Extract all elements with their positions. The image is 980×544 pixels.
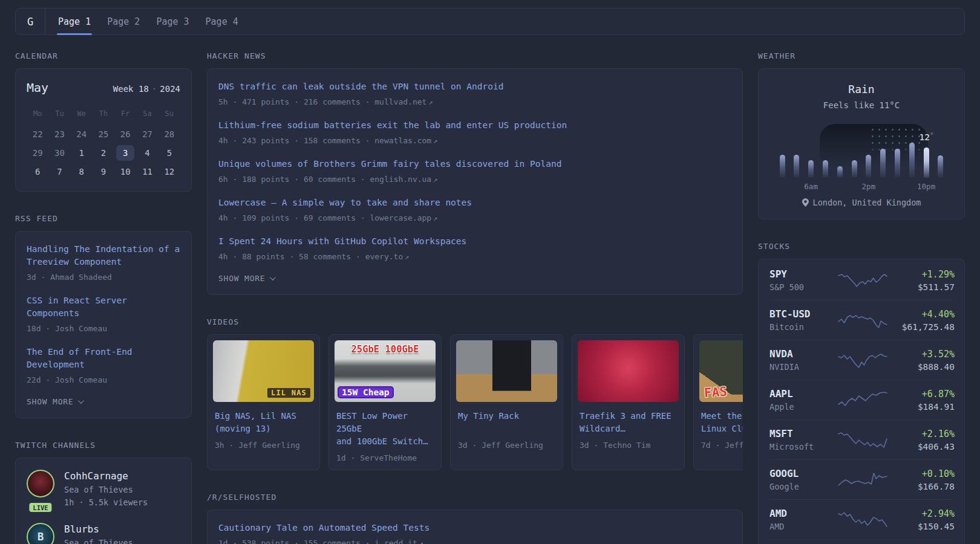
hn-item-title[interactable]: I Spent 24 Hours with GitHub Copilot Wor…	[218, 235, 731, 248]
stock-values: +1.29% $511.57	[888, 269, 955, 292]
video-thumbnail[interactable]: LIL NAS	[213, 340, 314, 402]
video-card[interactable]: Traefik 3 and FREE Wildcard… 3d · Techno…	[572, 334, 685, 470]
weather-bar[interactable]	[837, 166, 843, 178]
weather-bar[interactable]	[808, 160, 814, 178]
video-title[interactable]: Meet the m Linux Clus	[701, 410, 743, 435]
video-card[interactable]: 25GbE 100GbE 15W Cheap BEST Low Power 25…	[328, 334, 442, 470]
page-tab[interactable]: Page 4	[206, 8, 238, 34]
external-link-icon: ↗	[433, 214, 437, 222]
external-link-icon: ↗	[419, 539, 423, 544]
rss-item-title[interactable]: CSS in React Server Components	[27, 294, 180, 320]
calendar-day: 4	[139, 145, 157, 161]
weather-bar[interactable]	[909, 143, 915, 178]
video-card[interactable]: LIL NAS Big NAS, Lil NAS (moving 13) 3h …	[207, 334, 320, 470]
calendar-widget: CALENDAR May Week 18·2024 MoTuWeThFrSaSu…	[15, 51, 192, 192]
hn-item-title[interactable]: Lowercase – A simple way to take and sha…	[218, 196, 731, 209]
calendar-day: 5	[160, 145, 178, 161]
stock-sparkline-chart	[837, 430, 888, 450]
section-label-selfhosted: /R/SELFHOSTED	[207, 493, 743, 502]
stock-price: $406.43	[888, 442, 955, 452]
video-meta: 3d · Jeff Geerling	[458, 441, 555, 450]
stock-name: AMD	[769, 522, 837, 531]
stock-row[interactable]: MSFT Microsoft +2.16% $406.43	[769, 419, 953, 459]
stock-row[interactable]: AAPL Apple +6.87% $184.91	[769, 380, 953, 419]
weather-bar[interactable]	[924, 147, 929, 178]
hn-item-title[interactable]: Unique volumes of Brothers Grimm fairy t…	[218, 158, 731, 170]
calendar-day: 9	[94, 164, 113, 180]
stock-symbol[interactable]: AMD	[769, 508, 837, 519]
rss-item-title[interactable]: The End of Front-End Development	[27, 346, 180, 371]
weather-bar[interactable]	[823, 160, 828, 178]
stock-row[interactable]: BTC-USD Bitcoin +4.40% $61,725.48	[769, 300, 953, 340]
calendar-day: 22	[28, 126, 47, 142]
stock-row[interactable]: SPY S&P 500 +1.29% $511.57	[769, 261, 953, 300]
hn-item-title[interactable]: DNS traffic can leak outside the VPN tun…	[218, 80, 731, 93]
video-thumbnail[interactable]: FAS	[699, 340, 743, 402]
calendar-day: 30	[50, 145, 68, 161]
section-label-twitch: TWITCH CHANNELS	[15, 441, 192, 450]
hn-item: I Spent 24 Hours with GitHub Copilot Wor…	[218, 235, 731, 261]
stock-sparkline-chart	[837, 470, 888, 490]
rss-item-title[interactable]: Handling The Indentation of a Treeview C…	[27, 243, 180, 268]
section-label-calendar: CALENDAR	[15, 51, 192, 60]
stock-symbol[interactable]: AAPL	[769, 388, 837, 400]
video-card[interactable]: My Tiny Rack 3d · Jeff Geerling	[450, 334, 563, 470]
weather-bars: 6am	[779, 141, 944, 178]
stock-sparkline-chart	[837, 350, 888, 371]
reddit-item-title[interactable]: Cautionary Tale on Automated Speed Tests	[218, 522, 731, 534]
stock-symbol[interactable]: MSFT	[769, 428, 837, 439]
calendar-day: 3	[116, 145, 134, 161]
hn-show-more-button[interactable]: SHOW MORE	[218, 274, 731, 283]
stock-row[interactable]: GOOGL Google +0.10% $166.78	[769, 459, 953, 499]
video-thumbnail[interactable]: 25GbE 100GbE 15W Cheap	[335, 340, 436, 402]
twitch-channel-row[interactable]: B LIVE Blurbs Sea of Thieves 1h · 264 vi…	[27, 523, 180, 544]
video-title[interactable]: BEST Low Power 25GbE and 100GbE Switch…	[336, 410, 434, 448]
rss-item-meta: 18d · Josh Comeau	[27, 324, 180, 333]
weather-bar[interactable]	[780, 155, 785, 178]
weather-card: Rain Feels like 11°C	[758, 68, 965, 219]
weather-bar[interactable]	[880, 149, 886, 178]
weather-bar-slot: 12° 10pm	[923, 141, 929, 178]
hn-item-title[interactable]: Lithium-free sodium batteries exit the l…	[218, 119, 731, 132]
stock-values: +0.10% $166.78	[888, 468, 955, 491]
video-thumbnail[interactable]	[456, 340, 557, 402]
page-tab[interactable]: Page 1	[58, 8, 91, 34]
weather-bar[interactable]	[852, 160, 857, 178]
video-title[interactable]: My Tiny Rack	[458, 410, 555, 435]
stock-row[interactable]: AMD AMD +2.94% $150.45	[769, 499, 953, 539]
app-logo[interactable]: G	[16, 8, 45, 34]
video-thumbnail[interactable]	[578, 340, 679, 402]
video-card[interactable]: FAS Meet the m Linux Clus 7d · Jeff Geer…	[693, 334, 743, 470]
stock-change-percent: +0.10%	[888, 468, 955, 479]
weather-bar[interactable]	[938, 155, 943, 178]
stock-sparkline-chart	[837, 390, 888, 410]
stock-symbol[interactable]: BTC-USD	[769, 308, 837, 320]
twitch-channel-row[interactable]: LIVE CohhCarnage Sea of Thieves 1h · 5.5…	[27, 470, 180, 507]
twitch-channel-category[interactable]: Sea of Thieves	[64, 538, 143, 544]
page-tab[interactable]: Page 3	[156, 8, 189, 34]
twitch-channel-name[interactable]: CohhCarnage	[64, 470, 148, 482]
weather-bar-slot	[880, 141, 886, 178]
weather-bar[interactable]	[895, 149, 900, 178]
stock-values: +3.52% $888.40	[888, 349, 955, 372]
stock-symbol[interactable]: GOOGL	[769, 468, 837, 479]
stock-row[interactable]: NVDA NVIDIA +3.52% $888.40	[769, 340, 953, 380]
stock-symbol[interactable]: SPY	[769, 268, 837, 280]
stock-values: +2.16% $406.43	[888, 429, 955, 452]
stock-symbol[interactable]: NVDA	[769, 348, 837, 360]
calendar-week-info: Week 18·2024	[113, 84, 180, 94]
twitch-channel-category[interactable]: Sea of Thieves	[64, 485, 148, 494]
weather-bar[interactable]	[794, 155, 799, 178]
video-title[interactable]: Big NAS, Lil NAS (moving 13)	[215, 410, 312, 435]
stock-row[interactable]: RDDT -1.65%	[769, 539, 953, 544]
calendar-month: May	[27, 80, 48, 95]
page-tab[interactable]: Page 2	[107, 8, 140, 34]
video-title[interactable]: Traefik 3 and FREE Wildcard…	[580, 410, 677, 435]
weather-bar[interactable]	[866, 155, 871, 178]
video-meta: 7d · Jeff Geerling	[701, 441, 743, 450]
stock-name: Google	[769, 482, 837, 491]
stock-sparkline-chart	[837, 510, 888, 530]
rss-show-more-button[interactable]: SHOW MORE	[27, 397, 180, 406]
rss-card: Handling The Indentation of a Treeview C…	[15, 231, 192, 418]
twitch-channel-name[interactable]: Blurbs	[64, 523, 143, 535]
